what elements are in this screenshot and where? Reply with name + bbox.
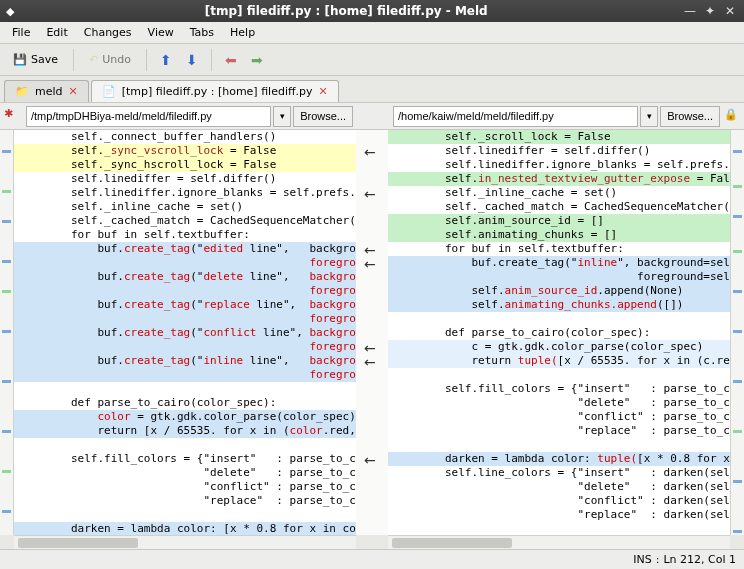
close-icon[interactable]: ✕: [319, 85, 328, 98]
left-pane[interactable]: self._connect_buffer_handlers() self._sy…: [14, 130, 356, 535]
code-line[interactable]: self.fill_colors = {"insert" : parse_to_…: [388, 382, 730, 396]
merge-arrow-icon[interactable]: ←: [364, 144, 376, 160]
code-line[interactable]: foregroun: [14, 340, 356, 354]
overview-mark[interactable]: [2, 380, 11, 383]
code-line[interactable]: darken = lambda color: [x * 0.8 for x in…: [14, 522, 356, 535]
code-line[interactable]: self._cached_match = CachedSequenceMatch…: [14, 214, 356, 228]
code-line[interactable]: self.linediffer.ignore_blanks = self.pre…: [388, 158, 730, 172]
file-path-left[interactable]: [26, 106, 271, 127]
code-line[interactable]: "conflict" : parse_to_cai: [14, 480, 356, 494]
code-line[interactable]: self.linediffer.ignore_blanks = self.pre…: [14, 186, 356, 200]
code-line[interactable]: self.linediffer = self.differ(): [14, 172, 356, 186]
code-line[interactable]: self._connect_buffer_handlers(): [14, 130, 356, 144]
code-line[interactable]: return [x / 65535. for x in (color.red, …: [14, 424, 356, 438]
overview-mark[interactable]: [733, 480, 742, 483]
overview-mark[interactable]: [733, 215, 742, 218]
overview-mark[interactable]: [733, 330, 742, 333]
overview-mark[interactable]: [733, 430, 742, 433]
menu-edit[interactable]: Edit: [38, 24, 75, 41]
menu-help[interactable]: Help: [222, 24, 263, 41]
browse-left-button[interactable]: Browse...: [293, 106, 353, 127]
code-line[interactable]: foregroun: [14, 312, 356, 326]
push-left-button[interactable]: ⬅: [220, 49, 242, 71]
code-line[interactable]: for buf in self.textbuffer:: [14, 228, 356, 242]
dropdown-icon[interactable]: ▾: [640, 106, 658, 127]
overview-mark[interactable]: [2, 290, 11, 293]
overview-mark[interactable]: [2, 430, 11, 433]
menu-view[interactable]: View: [140, 24, 182, 41]
code-line[interactable]: buf.create_tag("inline", background=self…: [388, 256, 730, 270]
code-line[interactable]: self._sync_vscroll_lock = False: [14, 144, 356, 158]
hscroll-right[interactable]: [388, 535, 730, 549]
code-line[interactable]: self._inline_cache = set(): [388, 186, 730, 200]
merge-arrow-icon[interactable]: ←: [364, 186, 376, 202]
code-line[interactable]: self.animating_chunks = []: [388, 228, 730, 242]
save-button[interactable]: 💾 Save: [6, 49, 65, 70]
overview-mark[interactable]: [2, 150, 11, 153]
code-line[interactable]: [14, 508, 356, 522]
code-line[interactable]: for buf in self.textbuffer:: [388, 242, 730, 256]
code-line[interactable]: def parse_to_cairo(color_spec):: [14, 396, 356, 410]
code-line[interactable]: self.anim_source_id.append(None): [388, 284, 730, 298]
code-line[interactable]: self._sync_hscroll_lock = False: [14, 158, 356, 172]
code-line[interactable]: foreground=self.: [388, 270, 730, 284]
menu-file[interactable]: File: [4, 24, 38, 41]
code-line[interactable]: self.animating_chunks.append([]): [388, 298, 730, 312]
code-line[interactable]: c = gtk.gdk.color_parse(color_spec): [388, 340, 730, 354]
code-line[interactable]: [388, 438, 730, 452]
code-line[interactable]: self.anim_source_id = []: [388, 214, 730, 228]
merge-arrow-icon[interactable]: ←: [364, 256, 376, 272]
code-line[interactable]: buf.create_tag("inline line", backgroun: [14, 354, 356, 368]
overview-mark[interactable]: [2, 220, 11, 223]
code-line[interactable]: buf.create_tag("delete line", backgroun: [14, 270, 356, 284]
browse-right-button[interactable]: Browse...: [660, 106, 720, 127]
overview-mark[interactable]: [733, 290, 742, 293]
code-line[interactable]: [388, 522, 730, 535]
code-line[interactable]: foregroun: [14, 256, 356, 270]
code-line[interactable]: foregroun: [14, 368, 356, 382]
code-line[interactable]: buf.create_tag("edited line", backgroun: [14, 242, 356, 256]
undo-button[interactable]: ↶ Undo: [82, 49, 138, 70]
code-line[interactable]: "conflict" : darken(self.: [388, 494, 730, 508]
code-line[interactable]: self._inline_cache = set(): [14, 200, 356, 214]
overview-mark[interactable]: [733, 530, 742, 533]
code-line[interactable]: self._scroll_lock = False: [388, 130, 730, 144]
push-right-button[interactable]: ➡: [246, 49, 268, 71]
overview-mark[interactable]: [733, 150, 742, 153]
code-line[interactable]: self.line_colors = {"insert" : darken(se…: [388, 466, 730, 480]
tab-filediff[interactable]: 📄 [tmp] filediff.py : [home] filediff.py…: [91, 80, 339, 102]
code-line[interactable]: [14, 382, 356, 396]
close-icon[interactable]: ✕: [69, 85, 78, 98]
file-path-right[interactable]: [393, 106, 638, 127]
code-line[interactable]: [388, 368, 730, 382]
lock-icon[interactable]: 🔒: [724, 108, 740, 124]
code-line[interactable]: color = gtk.gdk.color_parse(color_spec): [14, 410, 356, 424]
tab-meld[interactable]: 📁 meld ✕: [4, 80, 89, 102]
code-line[interactable]: "delete" : parse_to_cai: [388, 396, 730, 410]
next-change-button[interactable]: ⬇: [181, 49, 203, 71]
code-line[interactable]: def parse_to_cairo(color_spec):: [388, 326, 730, 340]
prev-change-button[interactable]: ⬆: [155, 49, 177, 71]
minimize-button[interactable]: —: [682, 3, 698, 19]
menu-changes[interactable]: Changes: [76, 24, 140, 41]
overview-mark[interactable]: [2, 330, 11, 333]
code-line[interactable]: "conflict" : parse_to_cai: [388, 410, 730, 424]
overview-mark[interactable]: [733, 185, 742, 188]
code-line[interactable]: "replace" : darken(self.: [388, 508, 730, 522]
menu-tabs[interactable]: Tabs: [182, 24, 222, 41]
merge-arrow-icon[interactable]: ←: [364, 452, 376, 468]
code-line[interactable]: "replace" : parse_to_cai: [14, 494, 356, 508]
overview-mark[interactable]: [2, 260, 11, 263]
code-line[interactable]: self.linediffer = self.differ(): [388, 144, 730, 158]
code-line[interactable]: "replace" : parse_to_cai: [388, 424, 730, 438]
overview-mark[interactable]: [733, 250, 742, 253]
code-line[interactable]: [14, 438, 356, 452]
code-line[interactable]: darken = lambda color: tuple([x * 0.8 fo…: [388, 452, 730, 466]
code-line[interactable]: return tuple([x / 65535. for x in (c.red…: [388, 354, 730, 368]
merge-arrow-icon[interactable]: ←: [364, 354, 376, 370]
code-line[interactable]: foregroun: [14, 284, 356, 298]
maximize-button[interactable]: ✦: [702, 3, 718, 19]
code-line[interactable]: self._cached_match = CachedSequenceMatch…: [388, 200, 730, 214]
code-line[interactable]: self.fill_colors = {"insert" : parse_to_…: [14, 452, 356, 466]
code-line[interactable]: "delete" : darken(self.: [388, 480, 730, 494]
